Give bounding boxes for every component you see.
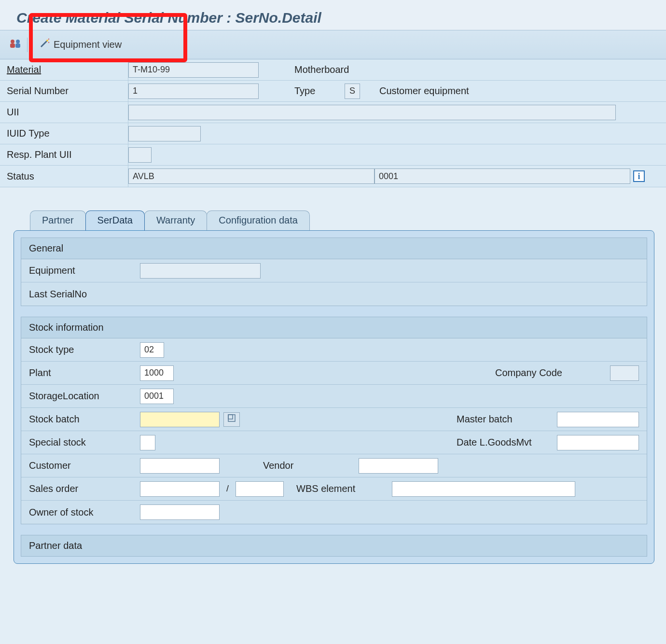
status-num-input[interactable] xyxy=(375,168,630,184)
company-code-input[interactable] xyxy=(610,365,639,381)
material-input[interactable] xyxy=(128,62,259,78)
iuid-type-input[interactable] xyxy=(128,126,201,141)
type-label: Type xyxy=(287,81,345,101)
wbs-element-input[interactable] xyxy=(392,481,575,497)
stock-batch-input[interactable] xyxy=(140,412,220,427)
vendor-input[interactable] xyxy=(359,458,438,474)
owner-of-stock-label: Owner of stock xyxy=(29,507,140,518)
serial-number-input[interactable] xyxy=(128,84,259,99)
type-description: Customer equipment xyxy=(372,81,469,101)
master-batch-label: Master batch xyxy=(457,414,548,425)
owner-of-stock-input[interactable] xyxy=(140,504,220,520)
group-partner-data: Partner data xyxy=(21,535,647,557)
vendor-label: Vendor xyxy=(263,460,350,471)
tab-content-serdata: General Equipment Last SerialNo Stock in… xyxy=(14,230,654,564)
date-lgoodsmvt-input[interactable] xyxy=(557,435,639,450)
info-icon: i xyxy=(633,170,645,182)
serial-number-label: Serial Number xyxy=(0,81,128,101)
equipment-input[interactable] xyxy=(140,263,261,279)
svg-line-4 xyxy=(41,41,47,47)
type-input[interactable] xyxy=(345,84,360,99)
uii-input[interactable] xyxy=(128,105,616,120)
material-label[interactable]: Material xyxy=(0,59,128,80)
wbs-element-label: WBS element xyxy=(296,483,383,494)
date-lgoodsmvt-label: Date L.GoodsMvt xyxy=(457,437,548,448)
equipment-view-label: Equipment view xyxy=(54,39,122,50)
tab-warranty[interactable]: Warranty xyxy=(144,210,207,231)
group-general: General Equipment Last SerialNo xyxy=(21,238,647,306)
sales-order-item-input[interactable] xyxy=(236,481,284,497)
group-general-title: General xyxy=(21,238,647,259)
tab-partner[interactable]: Partner xyxy=(30,210,86,231)
stock-type-label: Stock type xyxy=(29,344,140,355)
svg-rect-8 xyxy=(228,415,235,421)
last-serialno-label: Last SerialNo xyxy=(29,289,140,300)
svg-rect-3 xyxy=(15,43,20,48)
svg-point-5 xyxy=(46,40,48,42)
stock-type-input[interactable] xyxy=(140,342,164,358)
company-code-label: Company Code xyxy=(495,367,601,378)
material-description: Motherboard xyxy=(287,59,349,80)
storage-location-input[interactable] xyxy=(140,389,174,404)
svg-point-2 xyxy=(16,40,20,43)
sales-order-separator: / xyxy=(223,484,232,494)
resp-plant-uii-input[interactable] xyxy=(128,147,152,163)
stock-batch-search-help-button[interactable] xyxy=(223,412,240,427)
uii-label: UII xyxy=(0,102,128,123)
stock-batch-label: Stock batch xyxy=(29,414,140,425)
matchcode-icon xyxy=(228,414,236,424)
wand-icon xyxy=(39,38,50,51)
status-info-button[interactable]: i xyxy=(633,170,645,182)
special-stock-input[interactable] xyxy=(140,435,155,450)
svg-rect-9 xyxy=(228,415,233,419)
svg-point-0 xyxy=(11,40,14,43)
master-batch-input[interactable] xyxy=(557,412,639,427)
status-input[interactable] xyxy=(128,168,375,184)
users-icon[interactable] xyxy=(9,38,22,52)
plant-label: Plant xyxy=(29,367,140,378)
group-partner-data-title: Partner data xyxy=(21,535,647,556)
page-title: Create Material Serial Number : SerNo.De… xyxy=(0,0,666,30)
svg-rect-1 xyxy=(10,43,15,48)
svg-point-7 xyxy=(48,42,49,43)
sales-order-input[interactable] xyxy=(140,481,220,497)
iuid-type-label: IUID Type xyxy=(0,123,128,144)
tabstrip: Partner SerData Warranty Configuration d… xyxy=(14,210,654,231)
customer-label: Customer xyxy=(29,460,140,471)
status-label: Status xyxy=(0,166,128,187)
header-block: Material Motherboard Serial Number Type … xyxy=(0,59,666,187)
toolbar: Equipment view xyxy=(0,30,666,59)
plant-input[interactable] xyxy=(140,365,174,381)
group-stock-title: Stock information xyxy=(21,317,647,338)
storage-location-label: StorageLocation xyxy=(29,391,140,402)
group-stock-information: Stock information Stock type Plant Compa… xyxy=(21,317,647,524)
svg-point-6 xyxy=(48,39,49,40)
equipment-view-button[interactable]: Equipment view xyxy=(34,35,126,54)
resp-plant-uii-label: Resp. Plant UII xyxy=(0,144,128,165)
toolbar-separator xyxy=(27,38,28,52)
tab-configuration-data[interactable]: Configuration data xyxy=(207,210,309,231)
equipment-label: Equipment xyxy=(29,265,140,276)
sales-order-label: Sales order xyxy=(29,483,140,494)
tab-serdata[interactable]: SerData xyxy=(85,210,145,231)
customer-input[interactable] xyxy=(140,458,220,474)
special-stock-label: Special stock xyxy=(29,437,140,448)
